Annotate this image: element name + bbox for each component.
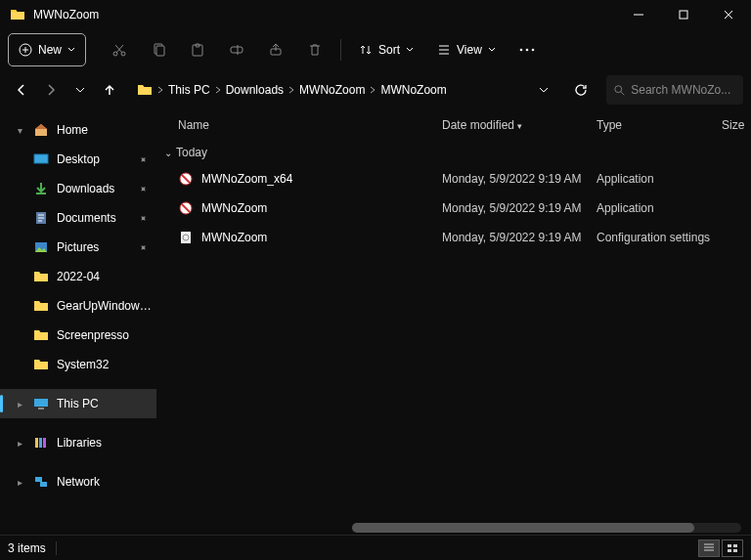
- svg-rect-0: [680, 11, 687, 19]
- breadcrumb-dropdown[interactable]: [530, 76, 557, 104]
- svg-rect-34: [733, 549, 737, 552]
- svg-point-13: [615, 85, 622, 92]
- search-input[interactable]: [631, 83, 735, 97]
- sort-label: Sort: [378, 43, 400, 57]
- pc-icon: [33, 396, 49, 411]
- crumb-mwnozoom-1[interactable]: MWNoZoom: [299, 83, 376, 97]
- titlebar: MWNoZoom: [0, 0, 751, 29]
- svg-rect-5: [156, 46, 164, 56]
- navigation-row: This PC Downloads MWNoZoom MWNoZoom: [0, 70, 751, 109]
- column-headers[interactable]: Name Date modified ▾ Type Size: [156, 109, 751, 141]
- col-type[interactable]: Type: [596, 118, 722, 132]
- maximize-button[interactable]: [661, 0, 706, 29]
- chevron-down-icon: ⌄: [164, 148, 172, 158]
- folder-icon: [33, 298, 49, 314]
- horizontal-scrollbar[interactable]: [352, 521, 741, 535]
- folder-icon: [10, 7, 25, 22]
- sidebar-folder-4[interactable]: System32: [0, 350, 156, 379]
- window-title: MWNoZoom: [33, 8, 99, 22]
- sidebar-this-pc[interactable]: ▸ This PC: [0, 389, 156, 418]
- share-button[interactable]: [258, 33, 293, 66]
- chevron-right-icon: ▸: [14, 477, 25, 488]
- ini-icon: [178, 230, 194, 245]
- col-date[interactable]: Date modified ▾: [442, 118, 596, 132]
- more-button[interactable]: [509, 33, 545, 66]
- svg-rect-31: [728, 544, 731, 547]
- item-count: 3 items: [8, 541, 46, 555]
- sidebar-desktop[interactable]: Desktop ✦: [0, 145, 156, 174]
- svg-rect-14: [34, 154, 48, 163]
- svg-rect-19: [38, 408, 44, 409]
- sidebar-folder-3[interactable]: Screenpresso: [0, 321, 156, 350]
- folder-icon: [33, 327, 49, 343]
- sidebar-network[interactable]: ▸ Network: [0, 467, 156, 496]
- paste-button[interactable]: [180, 33, 215, 66]
- toolbar: New Sort View: [0, 29, 751, 70]
- crumb-downloads[interactable]: Downloads: [226, 83, 295, 97]
- group-today[interactable]: ⌄ Today: [156, 141, 751, 164]
- svg-rect-20: [35, 438, 38, 448]
- details-view-button[interactable]: [698, 539, 720, 557]
- refresh-button[interactable]: [567, 76, 595, 104]
- file-row[interactable]: MWNoZoom Monday, 5/9/2022 9:19 AM Config…: [156, 223, 751, 252]
- svg-rect-23: [35, 477, 42, 482]
- crumb-mwnozoom-2[interactable]: MWNoZoom: [380, 83, 446, 97]
- breadcrumb[interactable]: This PC Downloads MWNoZoom MWNoZoom: [131, 75, 563, 105]
- chevron-right-icon: ▸: [14, 399, 25, 409]
- new-button-label: New: [38, 43, 62, 57]
- back-button[interactable]: [8, 76, 35, 104]
- folder-icon: [137, 82, 153, 98]
- close-button[interactable]: [706, 0, 751, 29]
- sidebar: ▾ Home Desktop ✦ Downloads ✦ Documents ✦…: [0, 109, 156, 535]
- sidebar-downloads[interactable]: Downloads ✦: [0, 174, 156, 203]
- rename-button[interactable]: [219, 33, 254, 66]
- libraries-icon: [33, 435, 49, 451]
- sort-button[interactable]: Sort: [349, 33, 423, 66]
- crumb-this-pc[interactable]: This PC: [168, 83, 222, 97]
- icons-view-button[interactable]: [722, 539, 743, 557]
- svg-point-10: [520, 49, 523, 52]
- sidebar-folder-2[interactable]: GearUpWindows D: [0, 291, 156, 321]
- document-icon: [33, 210, 49, 226]
- pin-icon: ✦: [136, 152, 149, 165]
- sidebar-pictures[interactable]: Pictures ✦: [0, 233, 156, 262]
- file-row[interactable]: MWNoZoom_x64 Monday, 5/9/2022 9:19 AM Ap…: [156, 164, 751, 194]
- minimize-button[interactable]: [616, 0, 661, 29]
- up-button[interactable]: [96, 76, 123, 104]
- pin-icon: ✦: [136, 240, 149, 253]
- copy-button[interactable]: [141, 33, 176, 66]
- sidebar-home[interactable]: ▾ Home: [0, 115, 156, 145]
- status-bar: 3 items: [0, 535, 751, 560]
- svg-rect-8: [231, 47, 243, 53]
- sidebar-folder-1[interactable]: 2022-04: [0, 262, 156, 291]
- file-row[interactable]: MWNoZoom Monday, 5/9/2022 9:19 AM Applic…: [156, 194, 751, 223]
- exe-icon: [178, 171, 194, 187]
- new-button[interactable]: New: [8, 33, 86, 66]
- search-icon: [614, 84, 625, 97]
- svg-rect-21: [39, 438, 42, 448]
- home-icon: [33, 122, 49, 138]
- file-list: Name Date modified ▾ Type Size ⌄ Today M…: [156, 109, 751, 535]
- forward-button[interactable]: [37, 76, 65, 104]
- chevron-down-icon: ▾: [14, 125, 25, 136]
- desktop-icon: [33, 151, 49, 167]
- cut-button[interactable]: [102, 33, 137, 66]
- svg-point-12: [532, 49, 535, 52]
- svg-rect-32: [733, 544, 737, 547]
- svg-rect-22: [43, 438, 46, 448]
- col-size[interactable]: Size: [722, 118, 751, 132]
- svg-point-11: [526, 49, 529, 52]
- sidebar-libraries[interactable]: ▸ Libraries: [0, 428, 156, 457]
- view-label: View: [457, 43, 482, 57]
- view-button[interactable]: View: [427, 33, 506, 66]
- pin-icon: ✦: [136, 182, 149, 194]
- recent-button[interactable]: [66, 76, 94, 104]
- sidebar-documents[interactable]: Documents ✦: [0, 203, 156, 233]
- search-box[interactable]: [606, 75, 743, 105]
- svg-rect-18: [34, 399, 48, 407]
- folder-icon: [33, 269, 49, 284]
- chevron-right-icon: ▸: [14, 438, 25, 449]
- delete-button[interactable]: [297, 33, 332, 66]
- exe-icon: [178, 200, 194, 216]
- col-name[interactable]: Name: [178, 118, 442, 132]
